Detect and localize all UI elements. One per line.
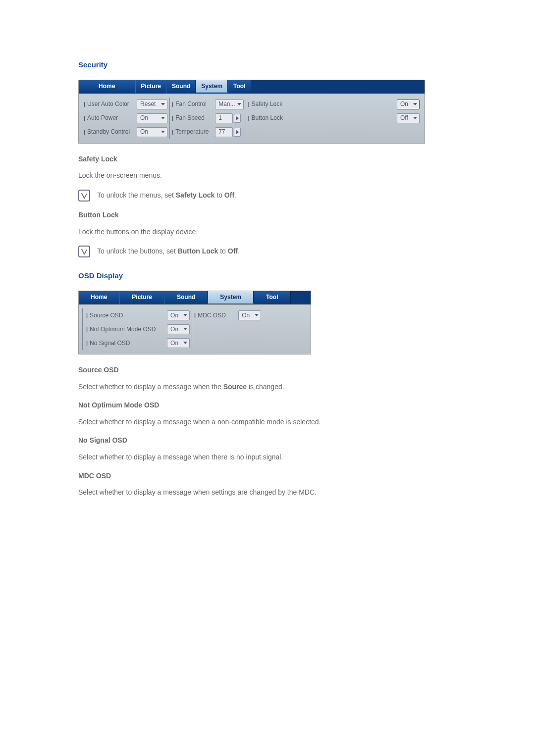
row-marker-icon: | bbox=[84, 128, 85, 136]
chevron-down-icon bbox=[161, 117, 165, 119]
temperature-step-button[interactable] bbox=[234, 128, 241, 137]
dropdown-standby-control[interactable]: On bbox=[137, 127, 167, 137]
dropdown-button-lock[interactable]: Off bbox=[397, 113, 420, 123]
row-marker-icon: | bbox=[172, 128, 173, 136]
label-temperature: Temperature bbox=[175, 128, 215, 136]
label-button-lock: Button Lock bbox=[252, 114, 296, 122]
text-not-optimum-desc: Select whether to display a message when… bbox=[78, 417, 457, 427]
chevron-down-icon bbox=[183, 342, 187, 344]
chevron-down-icon bbox=[413, 117, 417, 119]
tab-system[interactable]: System bbox=[208, 291, 254, 304]
note-button-lock: To unlock the buttons, set Button Lock t… bbox=[97, 247, 240, 256]
tab-picture[interactable]: Picture bbox=[135, 80, 166, 93]
heading-mdc-osd: MDC OSD bbox=[78, 471, 457, 481]
text-source-osd-desc: Select whether to display a message when… bbox=[78, 382, 457, 392]
row-marker-icon: | bbox=[84, 114, 85, 122]
tab-sound[interactable]: Sound bbox=[164, 291, 208, 304]
row-marker-icon: | bbox=[172, 114, 173, 122]
tab-sound[interactable]: Sound bbox=[166, 80, 196, 93]
osd-display-panel: Home Picture Sound System Tool | Source … bbox=[78, 291, 311, 354]
temperature-value: 77 bbox=[215, 127, 233, 137]
note-icon bbox=[78, 246, 90, 257]
label-source-osd: Source OSD bbox=[90, 311, 167, 320]
text-safety-lock-desc: Lock the on-screen menus. bbox=[78, 171, 457, 181]
label-not-optimum-osd: Not Optimum Mode OSD bbox=[90, 325, 167, 334]
label-standby-control: Standby Control bbox=[87, 128, 137, 136]
row-marker-icon: | bbox=[248, 114, 250, 122]
text-no-signal-desc: Select whether to display a message when… bbox=[78, 453, 457, 462]
dropdown-fan-control[interactable]: Man... bbox=[215, 100, 243, 109]
tab-picture[interactable]: Picture bbox=[119, 291, 164, 304]
tabbar-security: Home Picture Sound System Tool bbox=[79, 80, 425, 94]
label-fan-speed: Fan Speed bbox=[175, 114, 215, 122]
triangle-right-icon bbox=[236, 116, 239, 120]
label-fan-control: Fan Control bbox=[175, 100, 215, 108]
chevron-down-icon bbox=[237, 103, 241, 105]
row-marker-icon: | bbox=[194, 311, 196, 319]
heading-security: Security bbox=[78, 59, 457, 70]
heading-source-osd: Source OSD bbox=[78, 365, 457, 375]
tab-tool[interactable]: Tool bbox=[228, 80, 251, 93]
row-marker-icon: | bbox=[86, 325, 88, 333]
note-icon bbox=[78, 190, 90, 202]
tab-home[interactable]: Home bbox=[79, 291, 119, 304]
heading-button-lock: Button Lock bbox=[78, 210, 457, 220]
row-marker-icon: | bbox=[86, 311, 88, 319]
dropdown-safety-lock[interactable]: On bbox=[397, 100, 420, 109]
fan-speed-step-button[interactable] bbox=[234, 114, 241, 123]
heading-not-optimum-osd: Not Optimum Mode OSD bbox=[78, 401, 457, 410]
chevron-down-icon bbox=[183, 314, 187, 316]
chevron-down-icon bbox=[161, 131, 165, 133]
tab-tool[interactable]: Tool bbox=[254, 291, 290, 304]
dropdown-source-osd[interactable]: On bbox=[167, 310, 190, 320]
tab-system[interactable]: System bbox=[196, 80, 228, 93]
heading-osd-display: OSD Display bbox=[78, 270, 457, 281]
tabbar-osd: Home Picture Sound System Tool bbox=[79, 291, 311, 304]
text-mdc-osd-desc: Select whether to display a message when… bbox=[78, 488, 457, 498]
chevron-down-icon bbox=[183, 328, 187, 330]
row-marker-icon: | bbox=[84, 101, 85, 108]
row-marker-icon: | bbox=[172, 101, 173, 108]
row-marker-icon: | bbox=[86, 339, 88, 347]
label-auto-power: Auto Power bbox=[87, 114, 137, 122]
note-safety-lock: To unlock the menus, set Safety Lock to … bbox=[97, 191, 236, 201]
chevron-down-icon bbox=[255, 314, 259, 316]
dropdown-no-signal-osd[interactable]: On bbox=[167, 338, 190, 348]
row-marker-icon: | bbox=[248, 101, 250, 108]
label-mdc-osd: MDC OSD bbox=[198, 311, 235, 320]
label-no-signal-osd: No Signal OSD bbox=[90, 339, 167, 348]
label-safety-lock: Safety Lock bbox=[252, 100, 296, 108]
heading-safety-lock: Safety Lock bbox=[78, 154, 457, 164]
triangle-right-icon bbox=[236, 130, 239, 134]
security-panel: Home Picture Sound System Tool | User Au… bbox=[78, 80, 425, 144]
heading-no-signal-osd: No Signal OSD bbox=[78, 436, 457, 446]
dropdown-not-optimum-osd[interactable]: On bbox=[167, 324, 190, 334]
dropdown-auto-power[interactable]: On bbox=[137, 113, 167, 123]
tab-home[interactable]: Home bbox=[79, 80, 135, 93]
chevron-down-icon bbox=[413, 103, 417, 105]
chevron-down-icon bbox=[161, 103, 165, 105]
fan-speed-value: 1 bbox=[215, 113, 233, 123]
text-button-lock-desc: Lock the buttons on the display device. bbox=[78, 227, 457, 237]
dropdown-user-auto-color[interactable]: Reset bbox=[137, 100, 167, 109]
label-user-auto-color: User Auto Color bbox=[87, 100, 137, 108]
dropdown-mdc-osd[interactable]: On bbox=[238, 310, 261, 320]
